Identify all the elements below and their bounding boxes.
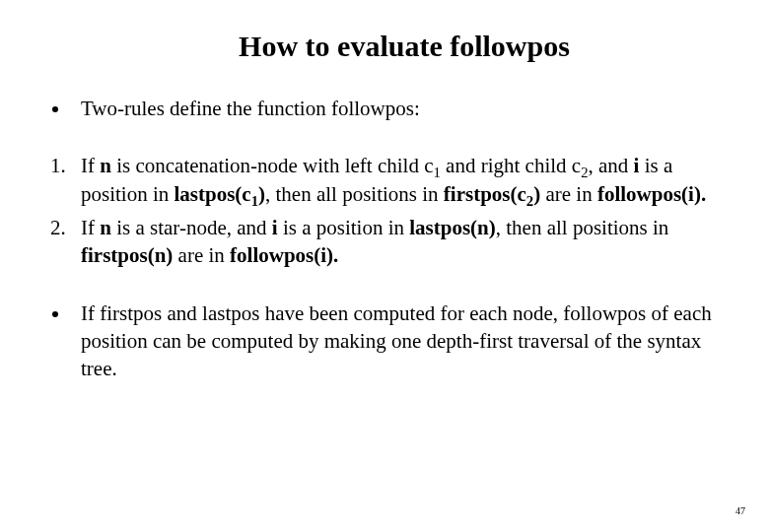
intro-bullet: Two-rules define the function followpos: <box>71 95 739 122</box>
t: are in <box>173 243 230 267</box>
sub: 1 <box>434 166 441 181</box>
t: lastpos(c <box>175 182 251 206</box>
t: ) <box>258 182 265 206</box>
t: is a position in <box>278 216 410 239</box>
t: is a star-node, and <box>111 216 272 239</box>
bold-lastpos: lastpos(c1) <box>175 182 266 206</box>
t: , and <box>588 154 633 177</box>
bold-firstpos: firstpos(c2) <box>444 182 540 206</box>
rule-1: If n is concatenation-node with left chi… <box>71 152 739 208</box>
bold-lastpos: lastpos(n) <box>409 216 496 239</box>
bold-n: n <box>100 154 111 177</box>
rule-2: If n is a star-node, and i is a position… <box>71 214 739 270</box>
sub: 1 <box>251 193 258 209</box>
rules-list: If n is concatenation-node with left chi… <box>30 152 739 269</box>
slide: How to evaluate followpos Two-rules defi… <box>0 0 769 532</box>
t: firstpos(c <box>444 182 526 206</box>
intro-list: Two-rules define the function followpos: <box>30 95 739 122</box>
conclusion-bullet: If firstpos and lastpos have been comput… <box>71 299 739 383</box>
bold-firstpos: firstpos(n) <box>81 243 173 267</box>
t: are in <box>540 182 597 206</box>
t: If <box>81 154 100 177</box>
page-number: 47 <box>735 505 745 516</box>
page-title: How to evaluate followpos <box>30 30 739 63</box>
t: , then all positions in <box>496 216 669 239</box>
t: , then all positions in <box>265 182 444 206</box>
bold-n: n <box>100 216 111 239</box>
bold-followpos: followpos(i). <box>230 243 338 267</box>
t: If <box>81 216 100 239</box>
bold-followpos: followpos(i). <box>597 182 706 206</box>
t: is concatenation-node with left child c <box>111 154 434 177</box>
conclusion-list: If firstpos and lastpos have been comput… <box>30 299 739 383</box>
t: and right child c <box>441 154 581 177</box>
